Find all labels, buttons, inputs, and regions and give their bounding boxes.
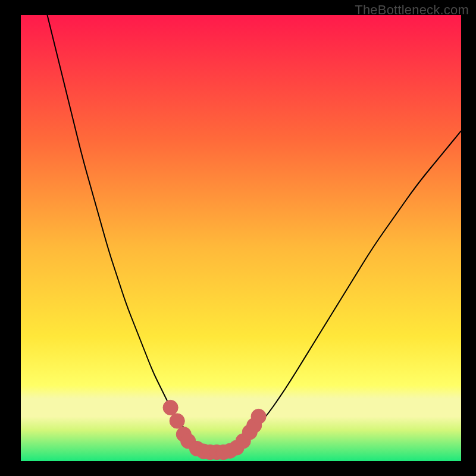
curve-marker <box>251 409 266 424</box>
gradient-background <box>21 15 461 461</box>
watermark-text: TheBottleneck.com <box>355 2 469 18</box>
bottleneck-chart <box>21 15 461 461</box>
plot-area <box>21 15 461 461</box>
curve-marker <box>170 414 184 428</box>
curve-marker <box>163 400 178 415</box>
outer-frame: TheBottleneck.com <box>0 0 476 476</box>
